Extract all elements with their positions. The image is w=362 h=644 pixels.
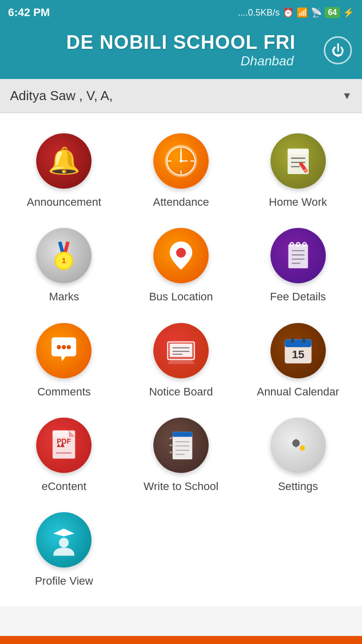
status-time: 6:42 PM [8, 6, 50, 19]
buslocation-label: Bus Location [149, 290, 213, 303]
svg-point-54 [170, 437, 172, 439]
wifi-icon: 📡 [311, 7, 322, 18]
menu-item-attendance[interactable]: Attendance [125, 125, 237, 215]
app-header: DE NOBILI SCHOOL FRI Dhanbad ⏻ [0, 25, 362, 79]
attendance-clock-svg [163, 143, 199, 179]
svg-rect-44 [53, 431, 69, 437]
svg-text:PDF: PDF [57, 437, 71, 445]
menu-item-profileview[interactable]: Profile View [8, 504, 120, 594]
attendance-label: Attendance [153, 196, 209, 209]
comments-label: Comments [37, 385, 90, 398]
econtent-icon-circle: PDF [36, 418, 92, 473]
menu-grid: Announcement Attendance [0, 113, 362, 606]
feedetails-svg [281, 238, 316, 273]
homework-svg [281, 143, 316, 179]
dropdown-arrow-icon: ▼ [342, 90, 352, 102]
marks-icon-circle: 1 [36, 228, 92, 283]
menu-item-settings[interactable]: Settings [242, 410, 354, 499]
power-button[interactable]: ⏻ [324, 36, 352, 64]
marks-label: Marks [49, 290, 79, 303]
menu-item-marks[interactable]: 1 Marks [8, 220, 120, 309]
announcement-label: Announcement [27, 196, 101, 209]
svg-rect-40 [291, 337, 294, 343]
svg-rect-22 [288, 245, 308, 269]
svg-point-8 [179, 159, 183, 163]
alarm-icon: ⏰ [283, 7, 294, 18]
student-dropdown[interactable]: Aditya Saw , V, A, ▼ [0, 79, 362, 113]
svg-point-56 [170, 451, 172, 453]
calendar-icon-circle: 15 [270, 323, 326, 378]
attendance-icon-circle [153, 133, 209, 189]
announcement-icon-circle [36, 133, 92, 189]
svg-point-31 [62, 345, 66, 349]
settings-label: Settings [278, 480, 318, 493]
header-title-block: DE NOBILI SCHOOL FRI Dhanbad [38, 32, 324, 69]
student-name: Aditya Saw , V, A, [10, 88, 113, 104]
network-speed: ....0.5KB/s [238, 8, 280, 18]
profileview-label: Profile View [35, 575, 93, 588]
svg-text:1: 1 [62, 257, 66, 265]
menu-item-comments[interactable]: Comments [8, 315, 120, 405]
app-title: DE NOBILI SCHOOL FRI [38, 32, 324, 53]
homework-icon-circle [270, 133, 326, 189]
svg-rect-49 [172, 432, 192, 437]
battery-charging-icon: ⚡ [343, 7, 354, 18]
signal-icon: 📶 [297, 7, 308, 18]
svg-rect-41 [302, 337, 305, 343]
settings-icon-circle [270, 418, 326, 473]
menu-item-econtent[interactable]: PDF eContent [8, 410, 120, 499]
status-right: ....0.5KB/s ⏰ 📶 📡 64 ⚡ [238, 7, 354, 18]
menu-item-announcement[interactable]: Announcement [8, 125, 120, 215]
calendar-label: Annual Calendar [257, 385, 339, 398]
calendar-svg: 15 [281, 333, 316, 368]
noticeboard-icon-circle [153, 323, 209, 378]
menu-item-noticeboard[interactable]: Notice Board [125, 315, 237, 405]
menu-item-feedetails[interactable]: Fee Details [242, 220, 354, 309]
writetoschool-svg [163, 428, 199, 463]
svg-rect-39 [285, 339, 311, 347]
battery-level: 64 [325, 7, 340, 18]
svg-text:15: 15 [292, 348, 304, 361]
homework-label: Home Work [269, 196, 327, 209]
svg-point-21 [176, 248, 186, 258]
writetoschool-icon-circle [153, 418, 209, 473]
bottom-bar [0, 636, 362, 644]
svg-point-32 [67, 345, 71, 349]
menu-item-writetoschool[interactable]: Write to School [125, 410, 237, 499]
svg-point-55 [170, 444, 172, 446]
menu-item-homework[interactable]: Home Work [242, 125, 354, 215]
buslocation-icon-circle [153, 228, 209, 283]
profileview-svg [46, 522, 81, 557]
svg-marker-60 [53, 529, 74, 536]
svg-rect-10 [288, 148, 309, 154]
status-bar: 6:42 PM ....0.5KB/s ⏰ 📶 📡 64 ⚡ [0, 0, 362, 25]
comments-svg [46, 333, 81, 368]
econtent-svg: PDF [46, 428, 81, 463]
feedetails-label: Fee Details [270, 290, 326, 303]
svg-point-61 [59, 538, 69, 548]
writetoschool-label: Write to School [144, 480, 219, 493]
profileview-icon-circle [36, 512, 92, 568]
power-icon: ⏻ [331, 43, 344, 58]
feedetails-icon-circle [270, 228, 326, 283]
econtent-label: eContent [42, 480, 86, 493]
comments-icon-circle [36, 323, 92, 378]
menu-item-buslocation[interactable]: Bus Location [125, 220, 237, 309]
buslocation-svg [163, 238, 199, 273]
noticeboard-label: Notice Board [149, 385, 213, 398]
marks-svg: 1 [46, 238, 81, 273]
noticeboard-svg [163, 333, 199, 368]
menu-item-calendar[interactable]: 15 Annual Calendar [242, 315, 354, 405]
app-subtitle: Dhanbad [38, 53, 324, 69]
svg-rect-34 [170, 344, 193, 357]
svg-point-30 [57, 345, 61, 349]
settings-svg [281, 428, 316, 463]
